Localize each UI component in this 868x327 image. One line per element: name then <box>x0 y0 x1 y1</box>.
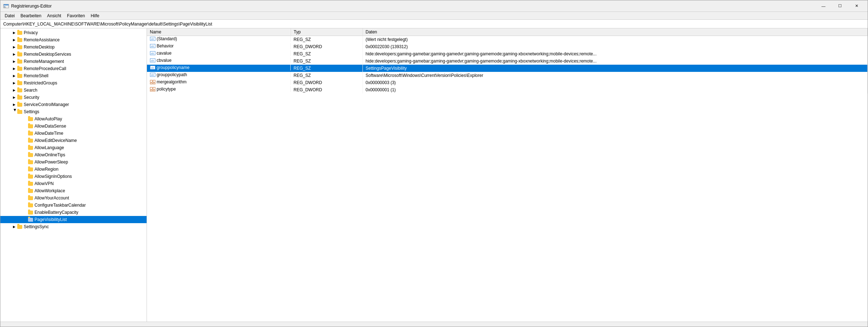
tree-item-pagevisibility[interactable]: PageVisibilityList <box>0 216 147 223</box>
tree-item-allowonlinetips[interactable]: AllowOnlineTips <box>0 151 147 158</box>
tree-item-allowdatasense[interactable]: AllowDataSense <box>0 123 147 130</box>
folder-icon <box>28 167 33 172</box>
tree-item-search[interactable]: ▶ Search <box>0 87 147 94</box>
tree-item-remotedesktopservices[interactable]: ▶ RemoteDesktopServices <box>0 51 147 58</box>
tree-item-allowvpn[interactable]: AllowVPN <box>0 180 147 187</box>
tree-item-remotemanagement[interactable]: ▶ RemoteManagement <box>0 58 147 65</box>
tree-item-settings[interactable]: ▶ Settings <box>0 108 147 115</box>
tree-item-remoteprocedure[interactable]: ▶ RemoteProcedureCall <box>0 65 147 72</box>
table-row[interactable]: ab cavalueREG_SZhide:developers;gaming-g… <box>147 50 868 57</box>
col-name[interactable]: Name <box>147 28 291 36</box>
tree-pane[interactable]: ▶ Privacy ▶ RemoteAssistance ▶ RemoteDes… <box>0 28 147 322</box>
table-row[interactable]: mergealgorithmREG_DWORD0x00000003 (3) <box>147 79 868 86</box>
table-row[interactable]: ab cbvalueREG_SZhide:developers;gaming-g… <box>147 57 868 65</box>
menu-favoriten[interactable]: Favoriten <box>64 13 88 19</box>
tree-label: AllowWorkplace <box>34 188 65 193</box>
folder-icon <box>28 217 33 222</box>
folder-icon <box>17 102 23 107</box>
tree-item-alloweditdevicename[interactable]: AllowEditDeviceName <box>0 137 147 144</box>
folder-icon <box>17 95 23 100</box>
tree-item-enablebattery[interactable]: EnableBatteryCapacity <box>0 209 147 216</box>
tree-item-remotedesktop[interactable]: ▶ RemoteDesktop <box>0 43 147 51</box>
folder-icon <box>28 181 33 186</box>
folder-icon <box>28 174 33 179</box>
tree-item-security[interactable]: ▶ Security <box>0 94 147 101</box>
arrow-icon: ▶ <box>11 51 17 57</box>
minimize-button[interactable]: — <box>815 0 832 12</box>
cell-type: REG_SZ <box>291 57 363 65</box>
tree-item-restrictedgroups[interactable]: ▶ RestrictedGroups <box>0 79 147 87</box>
table-row[interactable]: ab BehaviorREG_DWORD0x00022030 (139312) <box>147 43 868 50</box>
tree-item-allowsignin[interactable]: AllowSignInOptions <box>0 173 147 180</box>
address-text: Computer\HKEY_LOCAL_MACHINE\SOFTWARE\Mic… <box>3 22 212 27</box>
tree-item-configuretaskbar[interactable]: ConfigureTaskbarCalendar <box>0 202 147 209</box>
col-data[interactable]: Daten <box>363 28 868 36</box>
window-title: Registrierungs-Editor <box>11 4 815 9</box>
svg-rect-18 <box>153 80 155 82</box>
cell-name: ab grouppolicyname <box>147 65 291 70</box>
table-row[interactable]: ab (Standard)REG_SZ(Wert nicht festgeleg… <box>147 36 868 43</box>
svg-rect-4 <box>4 7 6 8</box>
folder-icon <box>28 124 33 129</box>
row-name-label: cavalue <box>157 51 171 56</box>
tree-item-servicecontrol[interactable]: ▶ ServiceControlManager <box>0 101 147 108</box>
row-name-label: grouppolicypath <box>157 72 187 77</box>
row-name-label: (Standard) <box>157 36 177 41</box>
cell-data: 0x00000001 (1) <box>363 86 868 93</box>
folder-icon <box>28 145 33 150</box>
arrow-icon: ▶ <box>11 87 17 93</box>
arrow-spacer <box>22 217 28 222</box>
svg-text:ab: ab <box>151 59 154 62</box>
arrow-icon: ▶ <box>11 224 17 230</box>
tree-item-allowautoplay[interactable]: AllowAutoPlay <box>0 115 147 123</box>
tree-item-remoteassistance[interactable]: ▶ RemoteAssistance <box>0 36 147 43</box>
title-bar: Registrierungs-Editor — ☐ ✕ <box>0 0 868 12</box>
tree-item-allowregion[interactable]: AllowRegion <box>0 166 147 173</box>
svg-rect-22 <box>153 87 155 89</box>
detail-pane[interactable]: Name Typ Daten ab (Standard)REG_SZ(Wert … <box>147 28 868 322</box>
arrow-icon: ▶ <box>11 66 17 72</box>
tree-label: Search <box>24 88 37 93</box>
horizontal-scrollbar[interactable] <box>0 322 868 327</box>
menu-bearbeiten[interactable]: Bearbeiten <box>18 13 44 19</box>
svg-rect-20 <box>153 83 155 84</box>
tree-item-remoteshell[interactable]: ▶ RemoteShell <box>0 72 147 79</box>
table-row[interactable]: policytypeREG_DWORD0x00000001 (1) <box>147 86 868 93</box>
menu-ansicht[interactable]: Ansicht <box>44 13 64 19</box>
tree-item-allowdatetime[interactable]: AllowDateTime <box>0 130 147 137</box>
folder-icon <box>17 88 23 93</box>
cell-type: REG_SZ <box>291 36 363 43</box>
svg-rect-1 <box>4 4 9 5</box>
tree-item-allowlanguage[interactable]: AllowLanguage <box>0 144 147 151</box>
svg-rect-17 <box>150 80 152 82</box>
cell-type: REG_SZ <box>291 50 363 57</box>
cell-name: ab grouppolicypath <box>147 72 291 78</box>
maximize-button[interactable]: ☐ <box>832 0 848 12</box>
cell-name: ab cavalue <box>147 50 291 56</box>
arrow-spacer <box>22 138 28 143</box>
tree-item-allowyouraccount[interactable]: AllowYourAccount <box>0 194 147 202</box>
folder-icon <box>17 52 23 57</box>
arrow-spacer <box>22 166 28 172</box>
folder-icon <box>17 59 23 64</box>
row-name-label: Behavior <box>157 43 174 49</box>
menu-datei[interactable]: Datei <box>2 13 18 19</box>
arrow-spacer <box>22 181 28 186</box>
menu-hilfe[interactable]: Hilfe <box>88 13 102 19</box>
tree-item-privacy[interactable]: ▶ Privacy <box>0 29 147 36</box>
arrow-icon: ▶ <box>11 73 17 79</box>
table-row[interactable]: ab grouppolicynameREG_SZSettingsPageVisi… <box>147 65 868 72</box>
close-button[interactable]: ✕ <box>848 0 865 12</box>
arrow-icon: ▶ <box>11 109 17 115</box>
folder-icon <box>17 224 23 229</box>
window: Registrierungs-Editor — ☐ ✕ Datei Bearbe… <box>0 0 868 327</box>
table-row[interactable]: ab grouppolicypathREG_SZSoftware\Microso… <box>147 72 868 79</box>
col-type[interactable]: Typ <box>291 28 363 36</box>
tree-item-settingssync[interactable]: ▶ SettingsSync <box>0 223 147 230</box>
folder-icon <box>17 80 23 86</box>
tree-item-allowworkplace[interactable]: AllowWorkplace <box>0 187 147 194</box>
tree-label: Security <box>24 95 39 100</box>
tree-item-allowpowersleep[interactable]: AllowPowerSleep <box>0 158 147 166</box>
cell-data: SettingsPageVisibility <box>363 65 868 72</box>
cell-type: REG_DWORD <box>291 79 363 86</box>
